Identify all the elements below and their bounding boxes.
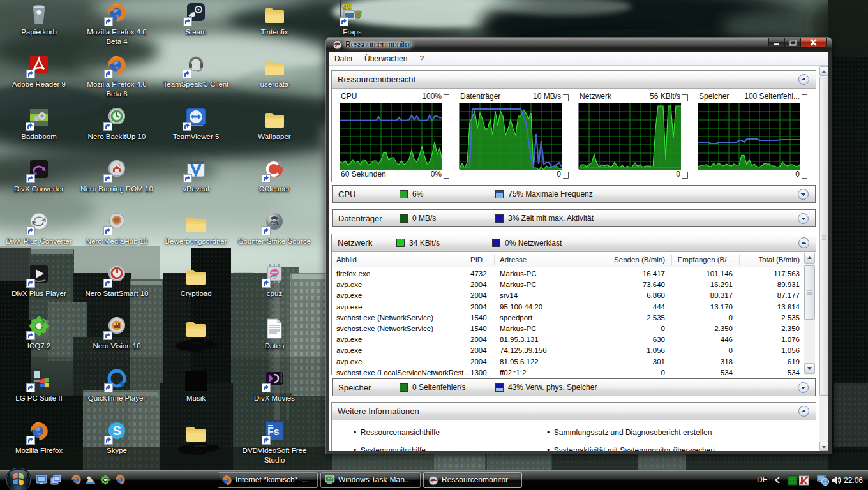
svg-text:S: S	[113, 424, 121, 438]
svg-text:99: 99	[343, 2, 352, 11]
svg-text:CS: CS	[270, 220, 278, 226]
